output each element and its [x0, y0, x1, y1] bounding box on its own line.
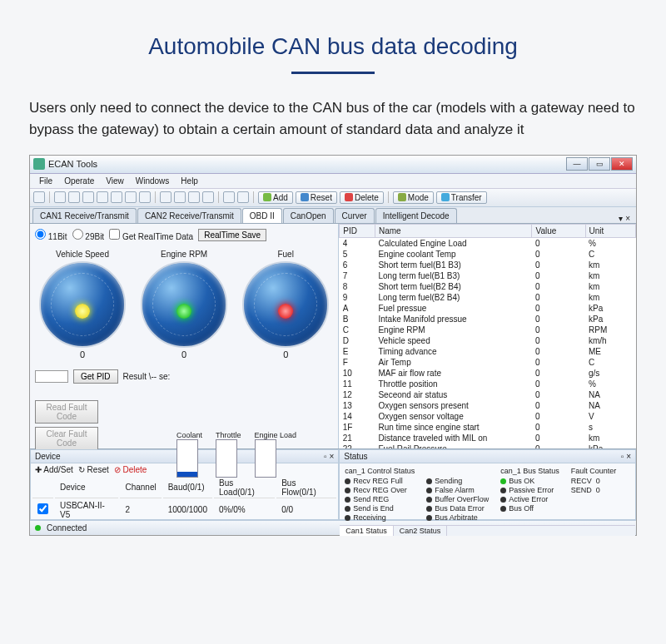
device-panel-title: Device [35, 452, 61, 461]
toolbar-icon[interactable] [223, 191, 235, 203]
tab-can2[interactable]: CAN2 Receive/Transmit [137, 208, 241, 223]
tab-intelligent[interactable]: Intelligent Decode [375, 208, 457, 223]
reset-button[interactable]: Reset [296, 191, 337, 204]
gauge-rpm-value: 0 [141, 349, 227, 359]
status-panel-close[interactable]: ▫ × [621, 452, 631, 461]
device-delete[interactable]: ⊘ Delete [114, 465, 147, 474]
toolbar-icon[interactable] [174, 191, 186, 203]
bar-engload-label: Engine Load [255, 431, 297, 439]
pid-row[interactable]: 21Distance traveled with MIL on0km [340, 433, 636, 443]
title-underline [291, 72, 375, 74]
delete-button[interactable]: Delete [340, 191, 384, 204]
tab-canopen[interactable]: CanOpen [283, 208, 334, 223]
gauge-rpm-label: Engine RPM [141, 250, 227, 259]
connection-status: Connected [47, 523, 87, 533]
pid-row[interactable]: DVehicle speed0km/h [340, 335, 636, 346]
subtab-can2[interactable]: Can2 Status [394, 526, 448, 536]
pid-row[interactable]: 4Calculated Engine Load0% [340, 237, 636, 249]
device-check[interactable] [37, 503, 48, 514]
col-value[interactable]: Value [532, 224, 585, 237]
mode-button[interactable]: Mode [393, 191, 434, 204]
app-window: ECAN Tools — ▭ ✕ File Operate View Windo… [29, 155, 637, 536]
radio-11bit[interactable]: 11Bit [35, 229, 67, 241]
titlebar: ECAN Tools — ▭ ✕ [30, 156, 636, 174]
col-baud: Baud(0/1) [163, 478, 212, 498]
menu-view[interactable]: View [100, 176, 130, 186]
pid-row[interactable]: 12Seceond air status0NA [340, 389, 636, 400]
toolbar-icon[interactable] [188, 191, 200, 203]
minimize-button[interactable]: — [566, 157, 588, 171]
toolbar-icon[interactable] [54, 191, 66, 203]
clear-fault-button[interactable]: Clear Fault Code [35, 427, 98, 450]
status-panel-title: Status [344, 452, 367, 461]
maximize-button[interactable]: ▭ [589, 157, 610, 171]
toolbar-icon[interactable] [139, 191, 151, 203]
col-pid[interactable]: PID [340, 224, 375, 237]
device-panel-close[interactable]: ▫ × [324, 452, 334, 461]
menubar: File Operate View Windows Help [30, 174, 636, 189]
pid-table: PID Name Value Unit 4Calculated Engine L… [339, 224, 636, 448]
toolbar-icon[interactable] [160, 191, 171, 203]
pid-row[interactable]: AFuel pressue0kPa [340, 303, 636, 314]
pid-row[interactable]: FAir Temp0C [340, 357, 636, 368]
pid-row[interactable]: 7Long term fuel(B1 B3)0km [340, 270, 636, 281]
gauge-speed-value: 0 [39, 349, 126, 359]
pid-row[interactable]: 1FRun time since engine start0s [340, 422, 636, 433]
check-realtime[interactable]: Get RealTime Data [109, 229, 193, 241]
transfer-button[interactable]: Transfer [436, 191, 487, 204]
toolbar-icon[interactable] [125, 191, 137, 203]
pid-row[interactable]: 5Engine coolant Temp0C [340, 249, 636, 260]
pid-row[interactable]: 14Oxygen sensor voltage0V [340, 411, 636, 422]
toolbar-icon[interactable] [97, 191, 108, 203]
col-channel: Channel [120, 478, 161, 498]
window-title: ECAN Tools [48, 159, 566, 169]
pid-row[interactable]: 11Throttle position0% [340, 379, 636, 389]
toolbar-icon[interactable] [237, 191, 249, 203]
read-fault-button[interactable]: Read Fault Code [35, 400, 98, 424]
menu-operate[interactable]: Operate [58, 176, 100, 186]
menu-windows[interactable]: Windows [130, 176, 176, 186]
gauge-rpm [141, 261, 227, 348]
tab-can1[interactable]: CAN1 Receive/Transmit [32, 208, 137, 223]
get-pid-button[interactable]: Get PID [73, 369, 118, 384]
gauge-speed-label: Vehicle Speed [39, 250, 126, 259]
connection-indicator-icon [35, 525, 41, 531]
device-row[interactable]: USBCAN-II-V5 2 1000/1000 0%/0% 0/0 [32, 500, 336, 520]
pid-row[interactable]: 10MAF air flow rate0g/s [340, 368, 636, 379]
toolbar-icon[interactable] [33, 191, 45, 203]
menu-help[interactable]: Help [175, 176, 204, 186]
realtime-save-button[interactable]: RealTime Save [198, 229, 266, 241]
device-reset[interactable]: ↻ Reset [78, 465, 109, 474]
radio-29bit[interactable]: 29Bit [72, 229, 105, 241]
device-addset[interactable]: ✚ Add/Set [35, 465, 73, 474]
pid-row[interactable]: ETiming advance0ME [340, 346, 636, 357]
close-button[interactable]: ✕ [611, 157, 633, 171]
pid-row[interactable]: 6Short term fuel(B1 B3)0km [340, 260, 636, 270]
toolbar-icon[interactable] [202, 191, 214, 203]
menu-file[interactable]: File [33, 176, 58, 186]
col-name[interactable]: Name [375, 224, 532, 237]
col-device: Device [55, 478, 118, 498]
tabs-collapse[interactable]: ▾ × [615, 214, 634, 223]
pid-input[interactable] [35, 370, 68, 383]
bus-status-hdr: can_1 Bus Status [500, 467, 559, 475]
pid-row[interactable]: 9Long term fuel(B2 B4)0km [340, 292, 636, 303]
add-button[interactable]: Add [258, 191, 293, 204]
status-panel: Status▫ × can_1 Control Status Recv REG … [339, 449, 636, 520]
pid-row[interactable]: CEngine RPM0RPM [340, 324, 636, 335]
col-unit[interactable]: Unit [585, 224, 635, 237]
pid-row[interactable]: 22Fuel Rail Pressure0kPa [340, 443, 636, 448]
subtab-can1[interactable]: Can1 Status [340, 526, 394, 536]
col-busload: Bus Load(0/1) [214, 478, 275, 498]
toolbar-icon[interactable] [111, 191, 122, 203]
pid-row[interactable]: 8Short term fuel(B2 B4)0km [340, 281, 636, 292]
tab-obd[interactable]: OBD II [242, 208, 282, 223]
obd-left-panel: 11Bit 29Bit Get RealTime Data RealTime S… [30, 224, 339, 448]
toolbar-icon[interactable] [68, 191, 80, 203]
fault-counter-hdr: Fault Counter [571, 467, 617, 475]
gauge-fuel [242, 261, 329, 348]
pid-row[interactable]: BIntake Manifold pressue0kPa [340, 314, 636, 324]
tab-curver[interactable]: Curver [335, 208, 375, 223]
pid-row[interactable]: 13Oxygen sensors present0NA [340, 400, 636, 411]
toolbar-icon[interactable] [82, 191, 94, 203]
